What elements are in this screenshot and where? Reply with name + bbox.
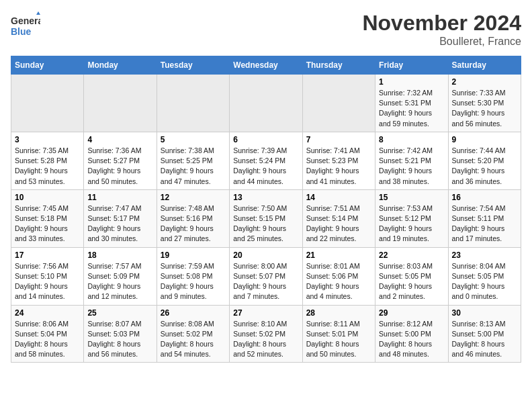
day-info: Sunrise: 7:56 AMSunset: 5:10 PMDaylight:…	[15, 261, 80, 302]
header-monday: Monday	[84, 56, 157, 75]
cell-week3-day6: 16Sunrise: 7:54 AMSunset: 5:11 PMDayligh…	[448, 189, 521, 247]
page-subtitle: Boulleret, France	[362, 36, 521, 48]
day-info: Sunrise: 8:10 AMSunset: 5:02 PMDaylight:…	[233, 319, 298, 360]
day-info: Sunrise: 7:42 AMSunset: 5:21 PMDaylight:…	[379, 146, 444, 187]
day-info: Sunrise: 7:32 AMSunset: 5:31 PMDaylight:…	[379, 88, 444, 129]
day-number: 14	[306, 193, 371, 202]
day-number: 5	[161, 135, 226, 144]
day-info: Sunrise: 7:57 AMSunset: 5:09 PMDaylight:…	[87, 261, 152, 302]
day-info: Sunrise: 7:45 AMSunset: 5:18 PMDaylight:…	[15, 203, 80, 244]
cell-week4-day6: 23Sunrise: 8:04 AMSunset: 5:05 PMDayligh…	[448, 247, 521, 305]
day-info: Sunrise: 7:33 AMSunset: 5:30 PMDaylight:…	[452, 88, 517, 129]
day-info: Sunrise: 7:36 AMSunset: 5:27 PMDaylight:…	[87, 146, 152, 187]
day-info: Sunrise: 7:51 AMSunset: 5:14 PMDaylight:…	[306, 203, 371, 244]
day-number: 26	[161, 308, 226, 318]
day-number: 7	[306, 135, 371, 144]
header-sunday: Sunday	[11, 56, 84, 75]
cell-week2-day2: 5Sunrise: 7:38 AMSunset: 5:25 PMDaylight…	[157, 132, 229, 189]
cell-week3-day4: 14Sunrise: 7:51 AMSunset: 5:14 PMDayligh…	[302, 189, 375, 247]
svg-text:General: General	[11, 15, 40, 26]
day-info: Sunrise: 7:44 AMSunset: 5:20 PMDaylight:…	[452, 146, 517, 187]
day-number: 18	[87, 250, 152, 260]
cell-week2-day1: 4Sunrise: 7:36 AMSunset: 5:27 PMDaylight…	[84, 132, 157, 189]
header-wednesday: Wednesday	[230, 56, 302, 75]
cell-week2-day5: 8Sunrise: 7:42 AMSunset: 5:21 PMDaylight…	[375, 132, 448, 189]
day-number: 11	[87, 193, 152, 202]
cell-week1-day2	[157, 75, 229, 132]
cell-week4-day5: 22Sunrise: 8:03 AMSunset: 5:05 PMDayligh…	[375, 247, 448, 305]
day-number: 25	[87, 308, 152, 318]
cell-week5-day1: 25Sunrise: 8:07 AMSunset: 5:03 PMDayligh…	[84, 305, 157, 363]
cell-week5-day2: 26Sunrise: 8:08 AMSunset: 5:02 PMDayligh…	[157, 305, 229, 363]
week-row-2: 3Sunrise: 7:35 AMSunset: 5:28 PMDaylight…	[11, 132, 521, 189]
header-saturday: Saturday	[448, 56, 521, 75]
day-number: 12	[161, 193, 226, 202]
day-number: 17	[15, 250, 80, 260]
page-header: General Blue November 2024 Boulleret, Fr…	[11, 11, 521, 48]
cell-week4-day3: 20Sunrise: 8:00 AMSunset: 5:07 PMDayligh…	[230, 247, 302, 305]
cell-week5-day6: 30Sunrise: 8:13 AMSunset: 5:00 PMDayligh…	[448, 305, 521, 363]
week-row-1: 1Sunrise: 7:32 AMSunset: 5:31 PMDaylight…	[11, 75, 521, 132]
logo-svg: General Blue	[11, 11, 40, 40]
day-number: 27	[233, 308, 298, 318]
calendar-table: SundayMondayTuesdayWednesdayThursdayFrid…	[11, 56, 521, 363]
cell-week2-day6: 9Sunrise: 7:44 AMSunset: 5:20 PMDaylight…	[448, 132, 521, 189]
cell-week1-day1	[84, 75, 157, 132]
cell-week2-day3: 6Sunrise: 7:39 AMSunset: 5:24 PMDaylight…	[230, 132, 302, 189]
title-block: November 2024 Boulleret, France	[362, 11, 521, 48]
day-info: Sunrise: 7:54 AMSunset: 5:11 PMDaylight:…	[452, 203, 517, 244]
cell-week1-day6: 2Sunrise: 7:33 AMSunset: 5:30 PMDaylight…	[448, 75, 521, 132]
day-number: 23	[452, 250, 517, 260]
day-info: Sunrise: 8:04 AMSunset: 5:05 PMDaylight:…	[452, 261, 517, 302]
header-friday: Friday	[375, 56, 448, 75]
week-row-3: 10Sunrise: 7:45 AMSunset: 5:18 PMDayligh…	[11, 189, 521, 247]
cell-week4-day4: 21Sunrise: 8:01 AMSunset: 5:06 PMDayligh…	[302, 247, 375, 305]
cell-week3-day2: 12Sunrise: 7:48 AMSunset: 5:16 PMDayligh…	[157, 189, 229, 247]
page-title: November 2024	[362, 11, 521, 36]
day-number: 24	[15, 308, 80, 318]
day-info: Sunrise: 7:41 AMSunset: 5:23 PMDaylight:…	[306, 146, 371, 187]
svg-text:Blue: Blue	[11, 26, 32, 37]
cell-week2-day0: 3Sunrise: 7:35 AMSunset: 5:28 PMDaylight…	[11, 132, 84, 189]
svg-marker-2	[36, 11, 40, 15]
day-info: Sunrise: 7:39 AMSunset: 5:24 PMDaylight:…	[233, 146, 298, 187]
day-info: Sunrise: 8:00 AMSunset: 5:07 PMDaylight:…	[233, 261, 298, 302]
cell-week1-day5: 1Sunrise: 7:32 AMSunset: 5:31 PMDaylight…	[375, 75, 448, 132]
day-number: 16	[452, 193, 517, 202]
day-number: 19	[161, 250, 226, 260]
day-number: 13	[233, 193, 298, 202]
day-number: 4	[87, 135, 152, 144]
day-info: Sunrise: 7:59 AMSunset: 5:08 PMDaylight:…	[161, 261, 226, 302]
cell-week5-day0: 24Sunrise: 8:06 AMSunset: 5:04 PMDayligh…	[11, 305, 84, 363]
week-row-4: 17Sunrise: 7:56 AMSunset: 5:10 PMDayligh…	[11, 247, 521, 305]
day-info: Sunrise: 7:35 AMSunset: 5:28 PMDaylight:…	[15, 146, 80, 187]
day-number: 30	[452, 308, 517, 318]
day-number: 10	[15, 193, 80, 202]
cell-week2-day4: 7Sunrise: 7:41 AMSunset: 5:23 PMDaylight…	[302, 132, 375, 189]
cell-week3-day0: 10Sunrise: 7:45 AMSunset: 5:18 PMDayligh…	[11, 189, 84, 247]
cell-week3-day3: 13Sunrise: 7:50 AMSunset: 5:15 PMDayligh…	[230, 189, 302, 247]
day-number: 28	[306, 308, 371, 318]
cell-week1-day4	[302, 75, 375, 132]
cell-week3-day5: 15Sunrise: 7:53 AMSunset: 5:12 PMDayligh…	[375, 189, 448, 247]
cell-week5-day3: 27Sunrise: 8:10 AMSunset: 5:02 PMDayligh…	[230, 305, 302, 363]
header-thursday: Thursday	[302, 56, 375, 75]
logo: General Blue	[11, 11, 40, 40]
day-info: Sunrise: 7:50 AMSunset: 5:15 PMDaylight:…	[233, 203, 298, 244]
cell-week1-day0	[11, 75, 84, 132]
day-info: Sunrise: 8:12 AMSunset: 5:00 PMDaylight:…	[379, 319, 444, 360]
day-info: Sunrise: 8:03 AMSunset: 5:05 PMDaylight:…	[379, 261, 444, 302]
cell-week5-day4: 28Sunrise: 8:11 AMSunset: 5:01 PMDayligh…	[302, 305, 375, 363]
day-info: Sunrise: 8:01 AMSunset: 5:06 PMDaylight:…	[306, 261, 371, 302]
header-tuesday: Tuesday	[157, 56, 229, 75]
day-number: 6	[233, 135, 298, 144]
day-info: Sunrise: 8:13 AMSunset: 5:00 PMDaylight:…	[452, 319, 517, 360]
calendar-header-row: SundayMondayTuesdayWednesdayThursdayFrid…	[11, 56, 521, 75]
cell-week4-day2: 19Sunrise: 7:59 AMSunset: 5:08 PMDayligh…	[157, 247, 229, 305]
day-number: 9	[452, 135, 517, 144]
day-number: 21	[306, 250, 371, 260]
day-number: 15	[379, 193, 444, 202]
day-info: Sunrise: 7:38 AMSunset: 5:25 PMDaylight:…	[161, 146, 226, 187]
cell-week5-day5: 29Sunrise: 8:12 AMSunset: 5:00 PMDayligh…	[375, 305, 448, 363]
cell-week3-day1: 11Sunrise: 7:47 AMSunset: 5:17 PMDayligh…	[84, 189, 157, 247]
